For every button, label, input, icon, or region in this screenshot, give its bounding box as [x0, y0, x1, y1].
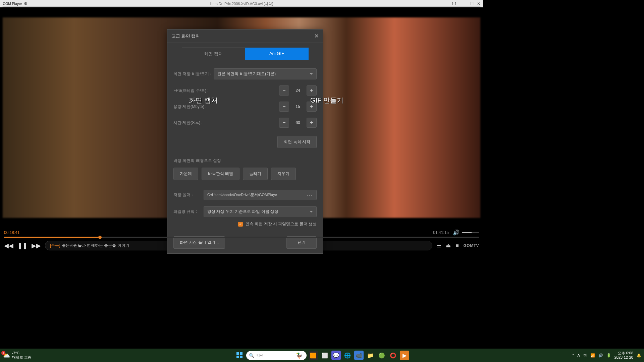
seek-fill: [4, 237, 100, 238]
fps-plus-button[interactable]: +: [307, 85, 317, 96]
close-window-icon[interactable]: ✕: [477, 1, 480, 6]
size-value: 15: [291, 104, 305, 109]
annotation-gif: GIF 만들기: [310, 96, 343, 105]
filename-rule-select[interactable]: 영상 재생 위치 기준으로 파일 이름 생성: [204, 206, 317, 217]
chevron-down-icon: [310, 211, 313, 213]
gomtv-logo[interactable]: GOMTV: [464, 243, 479, 248]
fps-minus-button[interactable]: −: [279, 85, 289, 96]
next-button[interactable]: ▶▶: [32, 242, 41, 249]
advanced-capture-dialog: 고급 화면 캡처 ✕ 화면 캡처 Ani GIF 화면 캡처 GIF 만들기 화…: [167, 29, 323, 254]
ticker-tag: [주독]: [50, 243, 60, 248]
wallpaper-center-button[interactable]: 가운데: [173, 168, 198, 180]
volume-icon[interactable]: 🔊: [453, 229, 460, 236]
folder-path-value: C:\Users\hande\OneDrive\문서\GOMPlaye: [207, 192, 277, 197]
ratio-label: 화면 저장 비율/크기 :: [173, 71, 214, 77]
aspect-ratio-label[interactable]: 1:1: [451, 2, 457, 6]
eject-icon[interactable]: ⏏: [446, 242, 451, 249]
minimize-icon[interactable]: —: [463, 1, 467, 6]
ratio-select[interactable]: 원본 화면의 비율/크기대로(기본): [214, 68, 317, 79]
filename-rule-label: 파일명 규칙 :: [173, 209, 204, 215]
time-value: 60: [291, 120, 305, 125]
annotation-capture: 화면 캡처: [189, 96, 218, 105]
size-minus-button[interactable]: −: [279, 102, 289, 112]
wallpaper-clear-button[interactable]: 지우기: [271, 168, 296, 180]
window-titlebar: GOM Player ⚙ Hors.De.Prix.2006.XviD.AC3.…: [0, 0, 483, 7]
current-time: 00:18:41: [4, 230, 20, 235]
folder-label: 저장 폴더 :: [173, 192, 204, 198]
wallpaper-stretch-button[interactable]: 늘리기: [243, 168, 268, 180]
total-time: 01:41:15: [433, 230, 449, 235]
fps-value: 24: [291, 88, 305, 93]
dialog-close-button[interactable]: 닫기: [286, 236, 317, 249]
filename-rule-value: 영상 재생 위치 기준으로 파일 이름 생성: [207, 209, 278, 215]
maximize-icon[interactable]: ❐: [470, 1, 474, 6]
app-name: GOM Player: [3, 2, 22, 6]
ticker-text: 좋은사람들과 함께하는 좋은술 이야기: [62, 243, 129, 248]
create-folder-label: 연속 화면 저장 시 파일명으로 폴더 생성: [246, 221, 317, 227]
time-minus-button[interactable]: −: [279, 118, 289, 128]
browse-folder-icon[interactable]: •••: [307, 193, 313, 197]
ratio-value: 원본 화면의 비율/크기대로(기본): [217, 71, 276, 77]
chevron-down-icon: [310, 73, 313, 75]
playlist-icon[interactable]: ≡: [455, 243, 459, 249]
pause-button[interactable]: ❚❚: [17, 242, 28, 249]
previous-button[interactable]: ◀◀: [4, 242, 13, 249]
tab-screen-capture[interactable]: 화면 캡처: [182, 48, 245, 60]
folder-path-input[interactable]: C:\Users\hande\OneDrive\문서\GOMPlaye •••: [204, 190, 317, 200]
tab-ani-gif[interactable]: Ani GIF: [245, 48, 309, 60]
video-area: 고급 화면 캡처 ✕ 화면 캡처 Ani GIF 화면 캡처 GIF 만들기 화…: [0, 7, 483, 228]
wallpaper-section-title: 바탕 화면의 배경으로 설정: [173, 158, 317, 164]
file-title: Hors.De.Prix.2006.XviD.AC3.avi [자막]: [210, 1, 273, 6]
seek-bar[interactable]: [4, 237, 479, 238]
dialog-close-icon[interactable]: ✕: [314, 33, 319, 39]
time-limit-label: 시간 제한(Sec) :: [173, 120, 214, 126]
volume-slider[interactable]: [462, 232, 479, 233]
fps-label: FPS(프레임 수/초) :: [173, 88, 214, 94]
time-plus-button[interactable]: +: [307, 118, 317, 128]
settings-gear-icon[interactable]: ⚙: [24, 1, 28, 6]
wallpaper-tile-button[interactable]: 바둑판식 배열: [202, 168, 239, 180]
equalizer-icon[interactable]: ⚌: [436, 242, 441, 249]
seek-handle[interactable]: [98, 236, 102, 239]
start-recording-button[interactable]: 화면 녹화 시작: [277, 136, 317, 148]
open-save-folder-button[interactable]: 화면 저장 폴더 열기...: [173, 236, 225, 249]
create-folder-checkbox[interactable]: ✓: [238, 222, 243, 227]
dialog-title: 고급 화면 캡처: [171, 33, 200, 39]
